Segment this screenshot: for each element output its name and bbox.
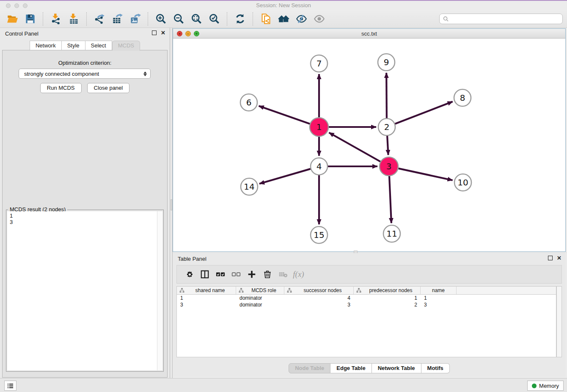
column-header-name[interactable]: name <box>421 287 457 294</box>
node-label: 11 <box>386 229 397 239</box>
select-all-columns-button[interactable] <box>212 267 228 282</box>
save-session-button[interactable] <box>21 11 39 27</box>
cell-predecessor-nodes[interactable]: 1 <box>354 295 421 301</box>
edge-3-11[interactable] <box>389 176 391 223</box>
graph-node-9[interactable]: 9 <box>378 54 395 71</box>
deselect-all-columns-button[interactable] <box>228 267 244 282</box>
criterion-dropdown[interactable]: strongly connected component <box>19 69 151 79</box>
edge-4-14[interactable] <box>259 169 311 184</box>
tab-node-table[interactable]: Node Table <box>289 363 330 373</box>
graph-node-2[interactable]: 2 <box>378 119 395 135</box>
float-panel-icon[interactable] <box>548 256 553 260</box>
cell-name[interactable]: 3 <box>421 302 457 308</box>
cell-shared-name[interactable]: 3 <box>177 302 236 308</box>
edge-2-8[interactable] <box>395 102 453 124</box>
run-mcds-button[interactable]: Run MCDS <box>40 83 82 93</box>
table-options-button[interactable] <box>181 267 197 282</box>
cell-mcds-role[interactable]: dominator <box>236 295 284 301</box>
graph-node-8[interactable]: 8 <box>454 89 471 106</box>
cell-predecessor-nodes[interactable]: 2 <box>354 302 421 308</box>
graph-node-10[interactable]: 10 <box>454 174 471 191</box>
export-network-button[interactable] <box>91 11 108 27</box>
edge-1-6[interactable] <box>259 106 310 124</box>
cell-shared-name[interactable]: 1 <box>177 295 236 301</box>
table-scrollbar[interactable] <box>556 286 562 357</box>
node-label: 9 <box>384 57 389 67</box>
network-canvas[interactable]: 7968124314101511 <box>173 39 565 251</box>
tab-network-table[interactable]: Network Table <box>372 363 421 373</box>
table-row-2[interactable]: 3dominator323 <box>177 301 556 308</box>
column-header-successor-nodes[interactable]: successor nodes <box>284 287 354 294</box>
add-column-button[interactable] <box>244 267 259 282</box>
mcds-result-text[interactable]: 1 3 <box>7 211 162 370</box>
open-file-button[interactable] <box>3 11 21 27</box>
hide-selected-button[interactable] <box>292 11 310 27</box>
column-header-predecessor-nodes[interactable]: predecessor nodes <box>354 287 421 294</box>
delete-table-button[interactable] <box>275 267 291 282</box>
graph-node-11[interactable]: 11 <box>383 225 400 242</box>
graph-node-4[interactable]: 4 <box>311 158 328 175</box>
column-header-mcds-role[interactable]: MCDS role <box>236 287 284 294</box>
close-panel-icon[interactable]: ✕ <box>557 256 561 260</box>
import-table-button[interactable] <box>65 11 83 27</box>
search-field[interactable] <box>439 14 563 24</box>
tab-network[interactable]: Network <box>30 41 62 51</box>
graph-node-14[interactable]: 14 <box>241 178 258 195</box>
edge-2-9[interactable] <box>386 73 387 118</box>
graph-node-15[interactable]: 15 <box>311 226 328 243</box>
window-title: Session: New Session <box>0 2 567 8</box>
mcds-result-group: MCDS result (2 nodes) 1 3 <box>6 210 164 372</box>
control-panel-title: Control Panel <box>5 30 39 37</box>
graph-node-1[interactable]: 1 <box>310 118 328 136</box>
tab-edge-table[interactable]: Edge Table <box>330 363 372 373</box>
zoom-fit-button[interactable] <box>187 11 205 27</box>
tab-motifs[interactable]: Motifs <box>421 363 450 373</box>
close-panel-icon[interactable]: ✕ <box>161 30 165 35</box>
table-toolbar: f(x) <box>176 265 562 284</box>
network-graph[interactable]: 7968124314101511 <box>173 39 565 251</box>
function-builder-button[interactable]: f(x) <box>291 267 306 282</box>
zoom-out-button[interactable] <box>170 11 187 27</box>
search-input[interactable] <box>449 16 562 22</box>
export-image-button[interactable] <box>126 11 144 27</box>
columns-icon <box>200 270 209 279</box>
edge-3-1[interactable] <box>329 133 380 161</box>
float-panel-icon[interactable] <box>152 30 157 35</box>
cell-name[interactable]: 1 <box>421 295 457 301</box>
column-label: MCDS role <box>244 287 284 293</box>
export-table-button[interactable] <box>108 11 126 27</box>
vertical-splitter[interactable] <box>170 28 173 378</box>
zoom-in-button[interactable] <box>152 11 170 27</box>
result-scrollbar[interactable] <box>157 211 162 370</box>
show-panels-button[interactable] <box>4 381 17 391</box>
import-table-icon <box>68 13 80 25</box>
splitter-handle[interactable] <box>171 199 172 210</box>
cell-mcds-role[interactable]: dominator <box>236 302 284 308</box>
delete-column-button[interactable] <box>259 267 275 282</box>
tab-select[interactable]: Select <box>85 41 112 51</box>
cell-successor-nodes[interactable]: 4 <box>284 295 354 301</box>
tab-mcds[interactable]: MCDS <box>112 41 140 51</box>
memory-label: Memory <box>539 383 559 389</box>
close-panel-button[interactable]: Close panel <box>87 83 130 93</box>
memory-button[interactable]: Memory <box>527 381 564 391</box>
save-icon <box>25 13 36 25</box>
edge-2-3[interactable] <box>387 136 388 155</box>
show-all-button[interactable] <box>310 11 328 27</box>
tab-style[interactable]: Style <box>62 41 85 51</box>
graph-node-6[interactable]: 6 <box>240 94 257 111</box>
apply-layout-button[interactable] <box>231 11 249 27</box>
import-network-button[interactable] <box>47 11 65 27</box>
graph-node-3[interactable]: 3 <box>380 157 398 176</box>
column-header-shared-name[interactable]: shared name <box>177 287 236 294</box>
table-row-1[interactable]: 1dominator411 <box>177 295 556 301</box>
edge-3-10[interactable] <box>398 168 452 180</box>
graph-node-7[interactable]: 7 <box>311 55 328 72</box>
network-frame-titlebar[interactable]: × − + scc.txt <box>173 29 565 39</box>
cell-successor-nodes[interactable]: 3 <box>284 302 354 308</box>
first-neighbors-button[interactable] <box>275 11 292 27</box>
zoom-selected-button[interactable] <box>205 11 223 27</box>
node-label: 3 <box>386 161 392 171</box>
show-columns-button[interactable] <box>197 267 212 282</box>
duplicate-network-button[interactable] <box>257 11 275 27</box>
